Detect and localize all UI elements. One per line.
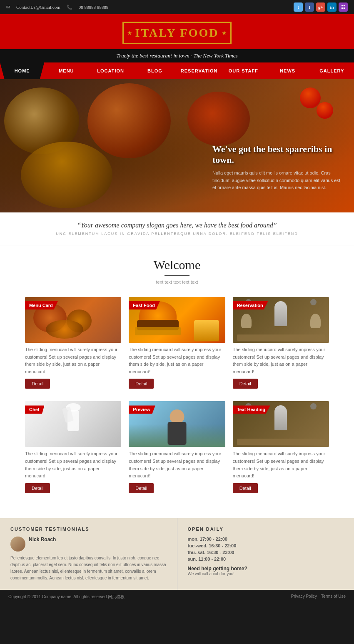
- privacy-policy-link[interactable]: Privacy Policy: [291, 594, 317, 600]
- card-fastfood: Fast Food The sliding menucard will sure…: [129, 297, 225, 389]
- card-fastfood-detail-button[interactable]: Detail: [129, 379, 154, 389]
- welcome-divider: [165, 275, 189, 276]
- bottom-section: CUSTOMER TESTIMONIALS Nick Roach Pellent…: [0, 518, 354, 590]
- nav-our-staff[interactable]: OUR STAFF: [221, 62, 265, 79]
- cards-row-2: Chef The sliding menucard will surely im…: [25, 401, 329, 493]
- email-icon: ✉: [6, 5, 10, 10]
- nav-menu[interactable]: MENU: [44, 62, 88, 79]
- card-fastfood-image: Fast Food: [129, 297, 225, 343]
- slogan-sub: UNC ELEMENTUM LACUS IN GRAVIDA PELLENTES…: [25, 232, 329, 236]
- day-mon: mon.: [188, 537, 199, 542]
- card-preview: Preview The sliding menucard will surely…: [129, 401, 225, 493]
- terms-of-use-link[interactable]: Terms of Use: [321, 594, 346, 600]
- food-plate-2: [87, 83, 171, 158]
- card-reservation-detail-button[interactable]: Detail: [233, 379, 258, 389]
- slogan-section: “Your awesome company slogan goes here, …: [0, 212, 354, 245]
- email-text: ContactUs@Gmail.com: [16, 5, 60, 10]
- card-chef: Chef The sliding menucard will surely im…: [25, 401, 121, 493]
- footer-links: Privacy Policy Terms of Use: [291, 594, 346, 600]
- nav-blog[interactable]: BLOG: [133, 62, 177, 79]
- time-tue-wed: 16:30 - 22:00: [209, 543, 236, 548]
- card-menu-detail-button[interactable]: Detail: [25, 379, 50, 389]
- card-chef-desc: The sliding menucard will surely impress…: [25, 450, 121, 479]
- card-textheading-detail-button[interactable]: Detail: [233, 483, 258, 493]
- hours-thu-sat: thu.-sat. 16:30 - 23:00: [188, 550, 344, 555]
- testimonial-text: Pellentesque elementum leo et justo dapi…: [10, 555, 167, 582]
- welcome-subtitle: text text text text text: [8, 280, 346, 285]
- tomato-1: [300, 87, 321, 108]
- card-menu: Menu Card The sliding menucard will sure…: [25, 297, 121, 389]
- card-preview-image: Preview: [129, 401, 225, 447]
- card-textheading-image: Text Heading: [233, 401, 329, 447]
- instagram-icon[interactable]: ☷: [339, 2, 348, 12]
- card-reservation-desc: The sliding menucard will surely impress…: [233, 346, 329, 375]
- open-daily-column: OPEN DAILY mon. 17:00 - 22:00 tue.-wed. …: [177, 518, 354, 590]
- user-avatar: [10, 537, 25, 552]
- slogan-main: “Your awesome company slogan goes here, …: [25, 222, 329, 229]
- card-preview-detail-button[interactable]: Detail: [129, 483, 154, 493]
- card-fastfood-desc: The sliding menucard will surely impress…: [129, 346, 225, 375]
- hero-title: We've got the best spareribs in town.: [212, 144, 342, 165]
- cards-row-1: Menu Card The sliding menucard will sure…: [25, 297, 329, 389]
- site-header: ITALY FOOD: [0, 14, 354, 49]
- welcome-title: Welcome: [8, 258, 346, 272]
- tagline-bar: Truely the best restaurant in town · The…: [0, 49, 354, 62]
- hero-section: We've got the best spareribs in town. Nu…: [0, 79, 354, 212]
- card-chef-badge: Chef: [25, 405, 44, 414]
- top-bar: ✉ ContactUs@Gmail.com 📞 08 88888 88888 t…: [0, 0, 354, 14]
- testimonials-column: CUSTOMER TESTIMONIALS Nick Roach Pellent…: [0, 518, 177, 590]
- time-mon: 17:00 - 22:00: [200, 537, 227, 542]
- card-reservation-image: Reservation: [233, 297, 329, 343]
- time-sun: 11:00 - 22:00: [198, 557, 226, 562]
- time-thu-sat: 16:30 - 23:00: [207, 550, 234, 555]
- card-fastfood-badge: Fast Food: [129, 301, 160, 310]
- card-reservation: Reservation The sliding menucard will su…: [233, 297, 329, 389]
- hours-mon: mon. 17:00 - 22:00: [188, 537, 344, 542]
- linkedin-icon[interactable]: in: [327, 2, 337, 12]
- user-name: Nick Roach: [29, 537, 56, 542]
- phone-text: 08 88888 88888: [79, 5, 109, 10]
- nav-reservation[interactable]: RESERVATION: [177, 62, 221, 79]
- card-menu-desc: The sliding menucard will surely impress…: [25, 346, 121, 375]
- card-chef-image: Chef: [25, 401, 121, 447]
- facebook-icon[interactable]: f: [305, 2, 314, 12]
- card-reservation-badge: Reservation: [233, 301, 268, 310]
- navigation: HOME MENU LOCATION BLOG RESERVATION OUR …: [0, 62, 354, 79]
- hours-sun: sun. 11:00 - 22:00: [188, 557, 344, 562]
- site-footer: Copyright © 2011 Company name. All right…: [0, 590, 354, 604]
- card-preview-badge: Preview: [129, 405, 155, 414]
- day-tue-wed: tue.-wed.: [188, 543, 208, 548]
- food-plate-3: [21, 142, 112, 208]
- nav-news[interactable]: NEWS: [266, 62, 310, 79]
- open-daily-title: OPEN DAILY: [188, 527, 344, 532]
- tomato-2: [317, 102, 333, 119]
- logo-text: ITALY FOOD: [135, 26, 219, 40]
- card-menu-image: Menu Card: [25, 297, 121, 343]
- hero-text-block: We've got the best spareribs in town. Nu…: [212, 144, 342, 192]
- twitter-icon[interactable]: t: [294, 2, 303, 12]
- nav-gallery[interactable]: GALLERY: [310, 62, 354, 79]
- welcome-section: Welcome text text text text text: [0, 245, 354, 289]
- need-help-text: We will call a cab for you!: [188, 572, 344, 576]
- card-textheading-badge: Text Heading: [233, 405, 270, 414]
- testimonial-user-block: Nick Roach: [10, 537, 167, 552]
- nav-home[interactable]: HOME: [0, 62, 44, 79]
- phone-icon: 📞: [67, 5, 72, 10]
- food-plate-4: [187, 92, 250, 146]
- need-help-title: Need help getting home?: [188, 566, 344, 572]
- day-sun: sun.: [188, 557, 197, 562]
- card-chef-detail-button[interactable]: Detail: [25, 483, 50, 493]
- social-icons: t f g+ in ☷: [294, 2, 348, 12]
- logo-box: ITALY FOOD: [122, 22, 232, 44]
- hours-tue-wed: tue.-wed. 16:30 - 22:00: [188, 543, 344, 548]
- google-icon[interactable]: g+: [316, 2, 325, 12]
- nav-location[interactable]: LOCATION: [89, 62, 133, 79]
- card-textheading-desc: The sliding menucard will surely impress…: [233, 450, 329, 479]
- contact-info: ✉ ContactUs@Gmail.com 📞 08 88888 88888: [6, 5, 108, 10]
- day-thu-sat: thu.-sat.: [188, 550, 206, 555]
- hero-description: Nulla eget mauris quis elit mollis ornar…: [212, 170, 342, 192]
- testimonials-title: CUSTOMER TESTIMONIALS: [10, 527, 167, 532]
- cards-section: Menu Card The sliding menucard will sure…: [0, 289, 354, 518]
- card-textheading: Text Heading The sliding menucard will s…: [233, 401, 329, 493]
- copyright-text: Copyright © 2011 Company name. All right…: [8, 594, 125, 600]
